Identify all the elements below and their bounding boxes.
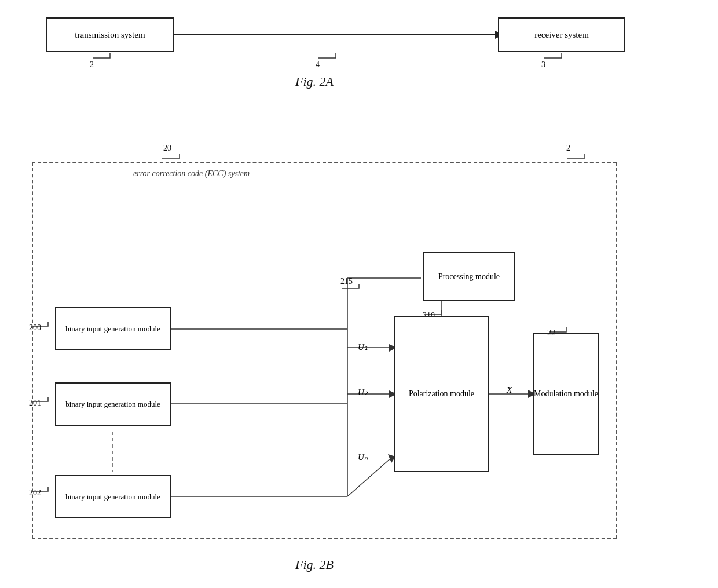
transmission-system-box: transmission system [46, 17, 174, 52]
diagram-container: transmission system receiver system 2 4 … [0, 0, 718, 588]
receiver-system-box: receiver system [498, 17, 625, 52]
x-label: X [507, 385, 512, 395]
bim-202-box: binary input generation module [55, 475, 171, 518]
ref-215: 215 [340, 277, 353, 286]
ref-200: 200 [29, 323, 41, 333]
bim-201-box: binary input generation module [55, 382, 171, 426]
ref-2b: 2 [566, 144, 570, 153]
un-label: Uₙ [358, 452, 368, 462]
ref-4: 4 [316, 60, 320, 70]
ref-22: 22 [547, 328, 555, 338]
polarization-module-box: Polarization module [394, 316, 489, 472]
modulation-module-box: Modulation module [533, 333, 599, 455]
ecc-system-label: error correction code (ECC) system [133, 169, 250, 178]
ref-3: 3 [541, 60, 545, 70]
u1-label: U₁ [358, 342, 368, 352]
fig2b-label: Fig. 2B [295, 557, 334, 572]
ref-202: 202 [29, 488, 41, 498]
rx-system-label: receiver system [534, 30, 589, 40]
bim-201-label: binary input generation module [65, 400, 160, 409]
u2-label: U₂ [358, 387, 368, 397]
ref-20: 20 [163, 144, 171, 153]
ref-2: 2 [90, 60, 94, 70]
modulation-module-label: Modulation module [534, 389, 598, 399]
processing-module-box: Processing module [423, 252, 515, 301]
tx-system-label: transmission system [75, 30, 145, 40]
polarization-module-label: Polarization module [409, 389, 474, 399]
fig2a-label: Fig. 2A [295, 74, 334, 89]
bim-202-label: binary input generation module [65, 492, 160, 502]
bim-200-box: binary input generation module [55, 307, 171, 350]
processing-module-label: Processing module [438, 272, 500, 282]
ref-201: 201 [29, 399, 41, 408]
bim-200-label: binary input generation module [65, 324, 160, 334]
